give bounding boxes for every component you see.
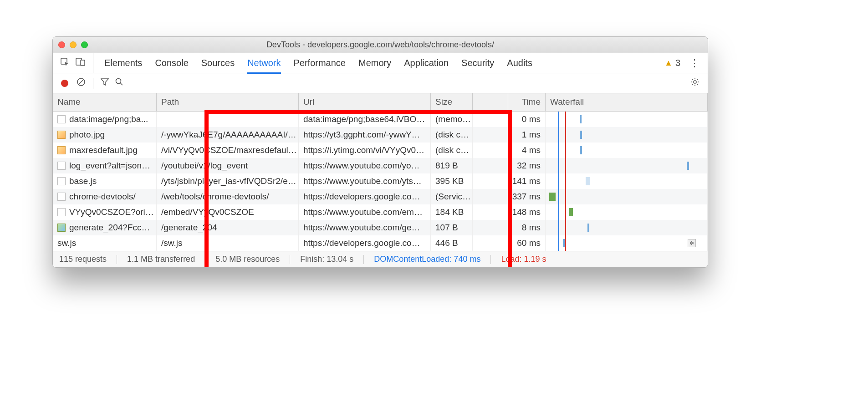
tab-console[interactable]: Console — [155, 58, 188, 69]
maximize-icon[interactable] — [81, 41, 88, 48]
cell-time: 1 ms — [508, 127, 546, 143]
file-type-icon — [57, 162, 66, 170]
cell-url: https://yt3.ggpht.com/-ywwY… — [299, 127, 431, 143]
cell-initiator — [473, 235, 508, 251]
cell-name: photo.jpg — [53, 127, 157, 143]
table-row[interactable]: maxresdefault.jpg/vi/VYyQv0CSZOE/maxresd… — [53, 143, 708, 158]
cell-size: 446 B — [431, 235, 473, 251]
table-row[interactable]: ✻sw.js/sw.jshttps://developers.google.co… — [53, 235, 708, 251]
record-button[interactable] — [61, 80, 68, 87]
cell-waterfall — [546, 189, 708, 204]
cell-name: log_event?alt=json… — [53, 158, 157, 173]
settings-icon[interactable] — [690, 77, 700, 89]
file-type-icon — [57, 146, 66, 154]
cell-url: https://developers.google.co… — [299, 235, 431, 251]
cell-url: https://www.youtube.com/ge… — [299, 220, 431, 235]
tab-performance[interactable]: Performance — [294, 58, 346, 69]
summary-transferred: 1.1 MB transferred — [127, 254, 195, 264]
tab-sources[interactable]: Sources — [201, 58, 235, 69]
cell-waterfall — [546, 112, 708, 127]
table-row[interactable]: log_event?alt=json…/youtubei/v1/log_even… — [53, 158, 708, 173]
cell-size: (memo… — [431, 112, 473, 127]
cell-waterfall — [546, 143, 708, 158]
file-type-icon — [57, 115, 66, 123]
tab-audits[interactable]: Audits — [507, 58, 532, 69]
cell-name: ✻sw.js — [53, 235, 157, 251]
summary-requests: 115 requests — [59, 254, 107, 264]
col-url[interactable]: Url — [299, 93, 431, 111]
cell-initiator — [473, 220, 508, 235]
cell-time: 60 ms — [508, 235, 546, 251]
cell-waterfall — [546, 158, 708, 173]
table-row[interactable]: generate_204?Fcc…/generate_204https://ww… — [53, 220, 708, 235]
cell-size: (disk c… — [431, 127, 473, 143]
cell-url: https://www.youtube.com/yts… — [299, 173, 431, 189]
network-table-body: data:image/png;ba...data:image/png;base6… — [53, 112, 708, 251]
tab-network[interactable]: Network — [247, 58, 281, 74]
col-path[interactable]: Path — [157, 93, 299, 111]
file-type-icon — [57, 224, 66, 232]
cell-waterfall — [546, 220, 708, 235]
cell-url: https://www.youtube.com/em… — [299, 204, 431, 220]
cell-waterfall — [546, 235, 708, 251]
svg-line-6 — [120, 83, 123, 85]
file-type-icon — [57, 193, 66, 201]
main-tabstrip: ElementsConsoleSourcesNetworkPerformance… — [53, 53, 708, 73]
cell-waterfall — [546, 173, 708, 189]
table-row[interactable]: photo.jpg/-ywwYkaJ6E7g/AAAAAAAAAAI/…http… — [53, 127, 708, 143]
cell-path: /embed/VYyQv0CSZOE — [157, 204, 299, 220]
cell-name: generate_204?Fcc… — [53, 220, 157, 235]
table-row[interactable]: data:image/png;ba...data:image/png;base6… — [53, 112, 708, 127]
cell-name: chrome-devtools/ — [53, 189, 157, 204]
table-row[interactable]: VYyQv0CSZOE?ori…/embed/VYyQv0CSZOEhttps:… — [53, 204, 708, 220]
cell-path: /sw.js — [157, 235, 299, 251]
cell-time: 32 ms — [508, 158, 546, 173]
warnings-badge[interactable]: ▲ 3 — [664, 58, 680, 68]
col-time[interactable]: Time — [508, 93, 546, 111]
table-row[interactable]: base.js/yts/jsbin/player_ias-vflVQDSr2/e… — [53, 173, 708, 189]
svg-rect-2 — [81, 60, 85, 66]
cell-initiator — [473, 204, 508, 220]
close-icon[interactable] — [58, 41, 65, 48]
cell-waterfall — [546, 204, 708, 220]
col-name[interactable]: Name — [53, 93, 157, 111]
cell-url: https://i.ytimg.com/vi/VYyQv0… — [299, 143, 431, 158]
cell-name: maxresdefault.jpg — [53, 143, 157, 158]
search-icon[interactable] — [115, 78, 123, 88]
cell-initiator — [473, 173, 508, 189]
summary-finish: Finish: 13.04 s — [300, 254, 353, 264]
col-initiator[interactable] — [473, 93, 508, 111]
tab-application[interactable]: Application — [404, 58, 449, 69]
col-waterfall[interactable]: Waterfall — [546, 93, 708, 111]
file-type-icon — [57, 131, 66, 139]
minimize-icon[interactable] — [70, 41, 77, 48]
tab-security[interactable]: Security — [461, 58, 494, 69]
col-size[interactable]: Size — [431, 93, 473, 111]
more-menu-icon[interactable]: ⋮ — [689, 57, 700, 69]
cell-path — [157, 112, 299, 127]
cell-waterfall — [546, 127, 708, 143]
cell-name: base.js — [53, 173, 157, 189]
cell-path: /generate_204 — [157, 220, 299, 235]
cell-initiator — [473, 127, 508, 143]
clear-icon[interactable] — [77, 77, 86, 89]
cell-initiator — [473, 158, 508, 173]
cell-initiator — [473, 143, 508, 158]
titlebar: DevTools - developers.google.com/web/too… — [53, 37, 708, 53]
filter-icon[interactable] — [101, 78, 109, 88]
tab-memory[interactable]: Memory — [358, 58, 391, 69]
device-toggle-icon[interactable] — [76, 57, 86, 69]
cell-path: /web/tools/chrome-devtools/ — [157, 189, 299, 204]
cell-size: 107 B — [431, 220, 473, 235]
svg-line-4 — [78, 79, 84, 85]
cell-time: 4 ms — [508, 143, 546, 158]
cell-path: /-ywwYkaJ6E7g/AAAAAAAAAAI/… — [157, 127, 299, 143]
tab-elements[interactable]: Elements — [104, 58, 142, 69]
cell-size: 819 B — [431, 158, 473, 173]
cell-size: 184 KB — [431, 204, 473, 220]
summary-resources: 5.0 MB resources — [215, 254, 280, 264]
table-row[interactable]: chrome-devtools//web/tools/chrome-devtoo… — [53, 189, 708, 204]
network-summary: 115 requests 1.1 MB transferred 5.0 MB r… — [53, 251, 708, 267]
inspect-element-icon[interactable] — [60, 57, 69, 69]
network-toolbar — [53, 73, 708, 93]
